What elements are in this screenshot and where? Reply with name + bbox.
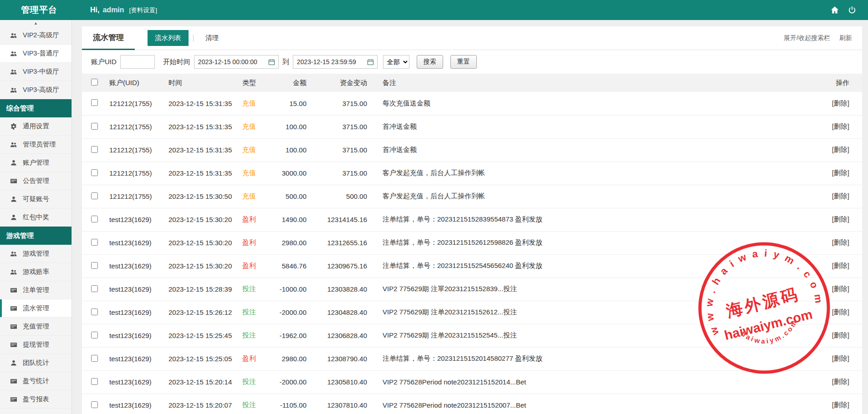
- table-row: test123(1629)2023-12-15 15:20:14投注-2000.…: [82, 370, 862, 394]
- card-icon: [10, 287, 17, 294]
- row-checkbox[interactable]: [91, 285, 98, 292]
- sidebar-item-10[interactable]: 红包中奖: [0, 208, 71, 227]
- sidebar-item-label: 充值管理: [23, 322, 49, 331]
- select-all-checkbox[interactable]: [91, 79, 98, 86]
- home-icon[interactable]: [831, 6, 839, 14]
- delete-link[interactable]: [删除]: [832, 215, 849, 223]
- end-time-input[interactable]: [297, 58, 364, 66]
- delete-link[interactable]: [删除]: [832, 331, 849, 339]
- users-icon: [10, 250, 17, 257]
- search-button[interactable]: 搜索: [417, 55, 443, 69]
- row-checkbox[interactable]: [91, 378, 98, 385]
- power-icon[interactable]: [848, 6, 856, 14]
- uid-input[interactable]: [120, 55, 155, 69]
- sidebar-item-label: 红包中奖: [23, 213, 49, 222]
- cell-type: 充值: [239, 185, 271, 208]
- header-icons: [831, 6, 868, 14]
- table-row: 121212(1755)2023-12-15 15:31:35充值3000.00…: [82, 162, 862, 185]
- calendar-icon[interactable]: [367, 59, 374, 66]
- type-select[interactable]: 全部: [383, 55, 409, 69]
- delete-link[interactable]: [删除]: [832, 169, 849, 177]
- sidebar-item-8[interactable]: 公告管理: [0, 172, 71, 190]
- delete-link[interactable]: [删除]: [832, 378, 849, 385]
- tab-0[interactable]: 流水列表: [148, 30, 189, 46]
- delete-link[interactable]: [删除]: [832, 238, 849, 246]
- delete-link[interactable]: [删除]: [832, 401, 849, 409]
- sidebar-item-13[interactable]: 游戏赔率: [0, 263, 71, 281]
- cell-uid: test123(1629): [106, 370, 165, 394]
- table-row: test123(1629)2023-12-15 15:30:20盈利2980.0…: [82, 231, 862, 254]
- cell-note: 首冲送金额: [371, 115, 789, 138]
- delete-link[interactable]: [删除]: [832, 308, 849, 316]
- row-checkbox[interactable]: [91, 262, 98, 269]
- sidebar-item-9[interactable]: 可疑账号: [0, 190, 71, 208]
- calendar-icon[interactable]: [268, 59, 275, 66]
- row-checkbox[interactable]: [91, 308, 98, 315]
- sidebar-item-16[interactable]: 充值管理: [0, 318, 71, 336]
- type-label: 充值: [242, 146, 256, 153]
- toolbar-right: 展开/收起搜索栏 刷新: [784, 34, 852, 42]
- delete-link[interactable]: [删除]: [832, 99, 849, 107]
- search-bar: 账户UID 开始时间 到 全部 搜索 重置: [82, 50, 862, 74]
- sidebar-section-header: 游戏管理: [0, 227, 71, 245]
- sidebar-item-18[interactable]: 团队统计: [0, 354, 71, 372]
- sidebar-item-19[interactable]: 盈亏统计: [0, 372, 71, 390]
- sidebar-item-12[interactable]: 游戏管理: [0, 245, 71, 263]
- cell-uid: test123(1629): [106, 347, 165, 370]
- sidebar-item-label: 管理员管理: [23, 140, 56, 149]
- sidebar-item-2[interactable]: VIP3-中级厅: [0, 63, 71, 81]
- col-type: 类型: [239, 74, 271, 92]
- refresh-link[interactable]: 刷新: [839, 34, 852, 42]
- cell-time: 2023-12-15 15:30:50: [165, 185, 239, 208]
- row-checkbox[interactable]: [91, 123, 98, 130]
- sidebar-item-label: 通用设置: [23, 122, 49, 131]
- delete-link[interactable]: [删除]: [832, 146, 849, 153]
- row-checkbox[interactable]: [91, 216, 98, 222]
- row-checkbox[interactable]: [91, 332, 98, 338]
- row-checkbox[interactable]: [91, 355, 98, 362]
- delete-link[interactable]: [删除]: [832, 354, 849, 362]
- cell-type: 充值: [239, 162, 271, 185]
- cell-note: VIP2 775629期 注单20231215152612...投注: [371, 301, 789, 324]
- delete-link[interactable]: [删除]: [832, 192, 849, 200]
- cell-time: 2023-12-15 15:31:35: [165, 92, 239, 115]
- page-title-tab[interactable]: 流水管理: [82, 26, 135, 50]
- greeting-text: Hi,: [90, 6, 99, 14]
- top-header: 管理平台 Hi, admin [资料设置]: [0, 0, 868, 20]
- type-label: 充值: [242, 99, 256, 107]
- sidebar-item-3[interactable]: VIP3-高级厅: [0, 81, 71, 99]
- card-icon: [10, 396, 17, 403]
- type-label: 充值: [242, 192, 256, 200]
- cell-amount: 5846.76: [271, 254, 310, 278]
- reset-button[interactable]: 重置: [450, 55, 477, 69]
- start-time-input[interactable]: [198, 58, 266, 66]
- sidebar-item-0[interactable]: VIP2-高级厅: [0, 26, 71, 45]
- toggle-search-link[interactable]: 展开/收起搜索栏: [784, 34, 830, 42]
- sidebar-item-1[interactable]: VIP3-普通厅: [0, 45, 71, 63]
- profile-settings-link[interactable]: [资料设置]: [129, 6, 158, 15]
- row-checkbox[interactable]: [91, 401, 98, 408]
- sidebar-item-5[interactable]: 通用设置: [0, 117, 71, 136]
- sidebar-item-7[interactable]: 账户管理: [0, 154, 71, 172]
- sidebar-item-label: VIP3-普通厅: [23, 49, 59, 58]
- cell-balance: 12309675.16: [310, 254, 371, 278]
- row-checkbox[interactable]: [91, 239, 98, 246]
- sidebar-item-14[interactable]: 注单管理: [0, 281, 71, 299]
- cell-uid: 121212(1755): [106, 92, 165, 115]
- row-checkbox[interactable]: [91, 192, 98, 199]
- delete-link[interactable]: [删除]: [832, 262, 849, 269]
- cell-balance: 12306828.40: [310, 324, 371, 347]
- delete-link[interactable]: [删除]: [832, 122, 849, 130]
- sidebar-item-15[interactable]: 流水管理: [0, 299, 71, 318]
- cell-type: 投注: [239, 370, 271, 394]
- tab-1[interactable]: 清理: [198, 30, 226, 46]
- row-checkbox[interactable]: [91, 169, 98, 176]
- cell-time: 2023-12-15 15:25:45: [165, 324, 239, 347]
- sidebar-item-20[interactable]: 盈亏报表: [0, 390, 71, 409]
- sidebar-scroll-up-icon[interactable]: ▲: [0, 20, 71, 26]
- row-checkbox[interactable]: [91, 99, 98, 106]
- delete-link[interactable]: [删除]: [832, 285, 849, 293]
- sidebar-item-6[interactable]: 管理员管理: [0, 136, 71, 154]
- sidebar-item-17[interactable]: 提现管理: [0, 336, 71, 354]
- row-checkbox[interactable]: [91, 146, 98, 153]
